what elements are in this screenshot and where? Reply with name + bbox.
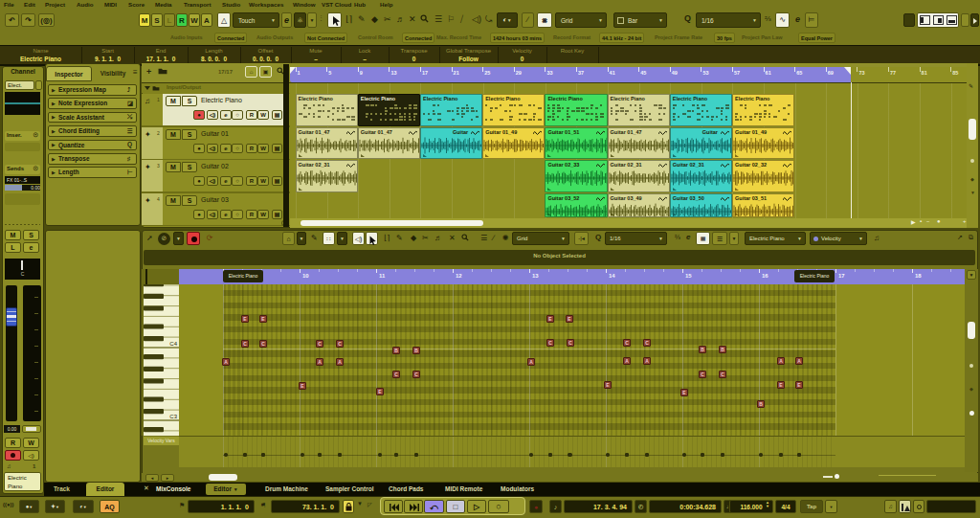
- svg-text:C4: C4: [169, 341, 177, 347]
- svg-text:C3: C3: [169, 414, 177, 419]
